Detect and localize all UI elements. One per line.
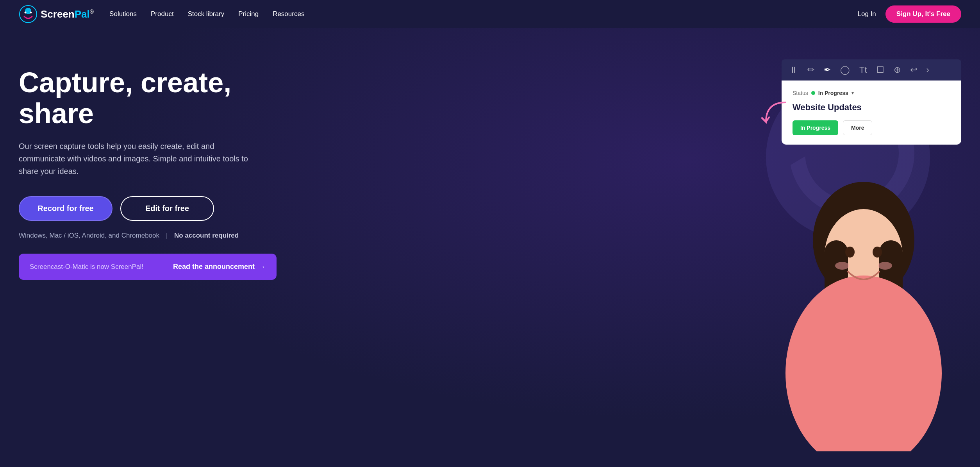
toolbar-undo-icon[interactable]: ↩ [910,65,917,75]
status-in-progress-label: In Progress [818,90,848,96]
no-account-text: No account required [174,232,239,239]
announcement-banner[interactable]: Screencast-O-Matic is now ScreenPal! Rea… [19,254,277,280]
toolbar-pencil-icon[interactable]: ✏ [807,65,814,75]
hero-description: Our screen capture tools help you easily… [19,140,253,177]
nav-product[interactable]: Product [151,10,174,18]
status-row: Status In Progress ▾ [793,90,950,96]
navbar: ScreenPal® Solutions Product Stock libra… [0,0,980,28]
toolbar-pen-icon[interactable]: ✒ [824,65,831,75]
status-text-label: Status [793,90,808,96]
nav-pricing[interactable]: Pricing [238,10,259,18]
toolbar-pause-icon[interactable]: ⏸ [789,65,798,75]
platforms-text: Windows, Mac / iOS, Android, and Chromeb… [19,232,159,239]
announcement-cta: Read the announcement → [173,262,266,271]
svg-point-9 [785,276,942,451]
announcement-text: Screencast-O-Matic is now ScreenPal! [30,263,143,271]
logo-text: ScreenPal® [41,8,94,20]
signup-button[interactable]: Sign Up, It's Free [885,5,961,23]
card-title: Website Updates [793,102,950,113]
svg-point-11 [873,247,882,258]
card-inprogress-button[interactable]: In Progress [793,120,838,135]
status-dot-indicator [811,91,815,95]
card-more-button[interactable]: More [843,120,872,135]
hero-left: Capture, create, share Our screen captur… [19,52,292,451]
announcement-cta-label: Read the announcement [173,263,255,271]
svg-point-2 [25,12,27,14]
svg-point-13 [878,262,892,270]
svg-point-12 [835,262,849,270]
nav-resources[interactable]: Resources [273,10,304,18]
hero-section: Capture, create, share Our screen captur… [0,28,980,467]
hero-right: ⏸ ✏ ✒ ◯ Tt ☐ ⊕ ↩ › Status In Progress ▾ … [292,52,961,451]
toolbar-zoom-icon[interactable]: ⊕ [894,65,901,75]
svg-point-10 [845,247,855,258]
hero-title: Capture, create, share [19,67,292,129]
separator: | [166,232,168,239]
toolbar-text-icon[interactable]: Tt [859,65,867,75]
toolbar-more-icon[interactable]: › [926,65,929,75]
card-action-buttons: In Progress More [793,120,950,135]
toolbar-rect-icon[interactable]: ☐ [876,65,884,75]
hero-buttons: Record for free Edit for free [19,196,292,221]
announcement-arrow-icon: → [258,262,266,271]
status-chevron-icon[interactable]: ▾ [851,90,854,96]
nav-solutions[interactable]: Solutions [109,10,137,18]
nav-links: Solutions Product Stock library Pricing … [109,10,857,18]
svg-point-3 [30,12,32,14]
hero-subtext: Windows, Mac / iOS, Android, and Chromeb… [19,232,292,240]
card-mockup: Status In Progress ▾ Website Updates In … [782,81,961,145]
logo[interactable]: ScreenPal® [19,5,94,23]
record-for-free-button[interactable]: Record for free [19,196,112,221]
toolbar-strip: ⏸ ✏ ✒ ◯ Tt ☐ ⊕ ↩ › [782,59,961,81]
toolbar-eraser-icon[interactable]: ◯ [840,65,850,75]
ui-mockup: ⏸ ✏ ✒ ◯ Tt ☐ ⊕ ↩ › Status In Progress ▾ … [782,59,961,145]
hero-person-image [766,178,961,451]
login-button[interactable]: Log In [858,10,876,18]
nav-stock-library[interactable]: Stock library [188,10,225,18]
nav-right: Log In Sign Up, It's Free [858,5,961,23]
pink-arrow-decoration [758,98,789,130]
edit-for-free-button[interactable]: Edit for free [120,196,214,221]
